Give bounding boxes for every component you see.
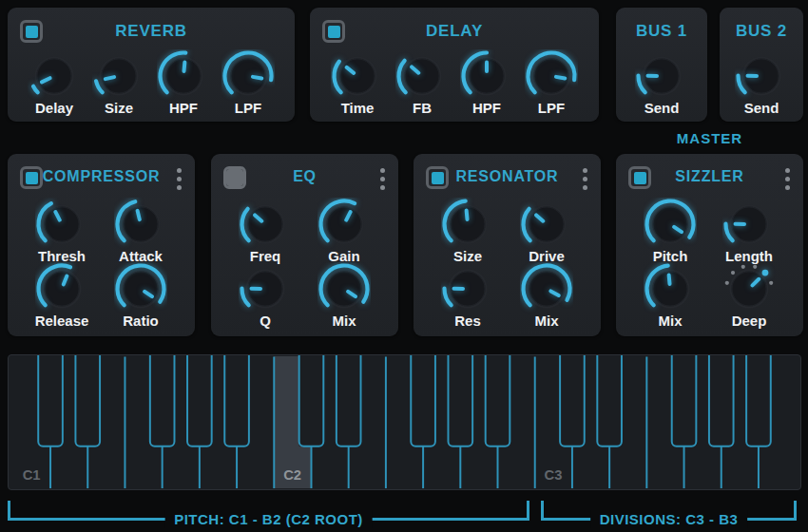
bus2-send-knob[interactable]: Send [729,49,794,116]
eq-q-knob[interactable]: Q [226,262,305,327]
knob-label: Release [35,313,89,329]
sizzler-length-knob[interactable]: Length [710,198,789,262]
knob-dial[interactable] [114,198,167,251]
knob-dial[interactable] [114,262,167,315]
eq-freq-knob[interactable]: Freq [226,198,305,262]
sizzler-title: SIZZLER [616,168,803,185]
knob-label: FB [413,100,432,116]
reverb-panel: REVERB Delay Size [8,8,295,122]
resonator-title: RESONATOR [414,168,601,185]
black-key [411,354,435,446]
delay-hpf-knob[interactable]: HPF [454,49,519,116]
knob-dial[interactable] [35,262,88,315]
knob-label: Q [260,313,271,329]
compressor-menu-icon[interactable] [175,166,183,192]
knob-dial[interactable] [722,262,776,315]
eq-panel: EQ Freq Gain [211,154,398,336]
bus1-send-knob[interactable]: Send [629,49,694,116]
compressor-release-knob[interactable]: Release [23,262,102,327]
delay-lpf-knob[interactable]: LPF [519,49,584,116]
sizzler-pitch-knob[interactable]: Pitch [631,198,710,262]
black-key [746,354,771,446]
eq-title: EQ [211,168,398,185]
compressor-thresh-knob[interactable]: Thresh [23,198,102,262]
knob-dial[interactable] [735,49,788,103]
knob-dial[interactable] [35,198,88,251]
pitch-range-bracket[interactable]: PITCH: C1 - B2 (C2 ROOT) [8,501,529,521]
knob-dial[interactable] [317,198,371,251]
knob-label: Mix [658,313,682,329]
knob-dial[interactable] [395,49,449,103]
bus2-panel: BUS 2 Send [720,8,803,122]
resonator-mix-knob[interactable]: Mix [508,262,587,327]
knob-dial[interactable] [644,262,697,315]
knob-dial[interactable] [239,198,292,251]
compressor-panel: COMPRESSOR Thresh Attack [8,154,195,336]
resonator-res-knob[interactable]: Res [429,262,508,327]
knob-dial[interactable] [520,198,573,251]
knob-dial[interactable] [525,49,578,103]
compressor-attack-knob[interactable]: Attack [102,198,181,262]
resonator-menu-icon[interactable] [581,166,589,192]
sizzler-panel: SIZZLER Pitch Length [616,154,803,336]
knob-label: Send [744,100,779,116]
resonator-size-knob[interactable]: Size [429,198,508,262]
knob-dial[interactable] [441,262,494,315]
knob-dial[interactable] [460,49,513,103]
knob-dial[interactable] [239,262,292,315]
knob-dial[interactable] [331,49,384,103]
black-key [299,354,324,446]
delay-time-knob[interactable]: Time [325,49,390,116]
knob-label: Time [341,100,375,116]
knob-dial[interactable] [157,49,210,103]
knob-label: Deep [732,313,767,329]
knob-label: Mix [332,313,356,329]
reverb-size-knob[interactable]: Size [87,49,151,116]
knob-label: HPF [169,100,198,116]
resonator-drive-knob[interactable]: Drive [508,198,587,262]
black-key [337,354,361,446]
delay-fb-knob[interactable]: FB [390,49,454,116]
reverb-hpf-knob[interactable]: HPF [151,49,216,116]
knob-label: LPF [538,100,565,116]
sizzler-deep-knob[interactable]: Deep [710,262,789,327]
master-label: MASTER [616,130,803,146]
knob-dial[interactable] [520,262,573,315]
knob-label: HPF [472,100,501,116]
black-key [75,354,100,446]
reverb-delay-knob[interactable]: Delay [22,49,87,116]
eq-mix-knob[interactable]: Mix [305,262,384,327]
knob-dial[interactable] [221,49,275,103]
knob-dial[interactable] [722,198,776,251]
black-key [38,354,63,446]
knob-dial[interactable] [317,262,371,315]
knob-dial[interactable] [28,49,81,103]
black-key [187,354,212,446]
octave-label: C2 [283,467,301,483]
divisions-range-bracket[interactable]: DIVISIONS: C3 - B3 [541,501,797,521]
knob-dial[interactable] [644,198,697,251]
piano-keyboard[interactable]: C1C2C3 [8,354,801,490]
delay-title: DELAY [310,22,599,41]
sizzler-mix-knob[interactable]: Mix [631,262,710,327]
compressor-ratio-knob[interactable]: Ratio [102,262,181,327]
sizzler-menu-icon[interactable] [783,166,792,192]
knob-label: Res [454,313,481,329]
bus2-title: BUS 2 [720,22,803,41]
compressor-title: COMPRESSOR [8,168,195,185]
delay-panel: DELAY Time FB [310,8,599,122]
eq-menu-icon[interactable] [378,166,387,192]
eq-gain-knob[interactable]: Gain [305,198,384,262]
black-key [709,354,734,446]
knob-dial[interactable] [92,49,145,103]
bus1-title: BUS 1 [616,22,707,41]
resonator-panel: RESONATOR Size Drive [414,154,601,336]
pitch-range-label: PITCH: C1 - B2 (C2 ROOT) [164,510,373,528]
knob-label: Send [644,100,680,116]
reverb-lpf-knob[interactable]: LPF [216,49,280,116]
knob-label: Mix [534,313,558,329]
knob-dial[interactable] [635,49,688,103]
black-key [672,354,697,446]
knob-label: Size [105,100,133,116]
knob-dial[interactable] [441,198,494,251]
